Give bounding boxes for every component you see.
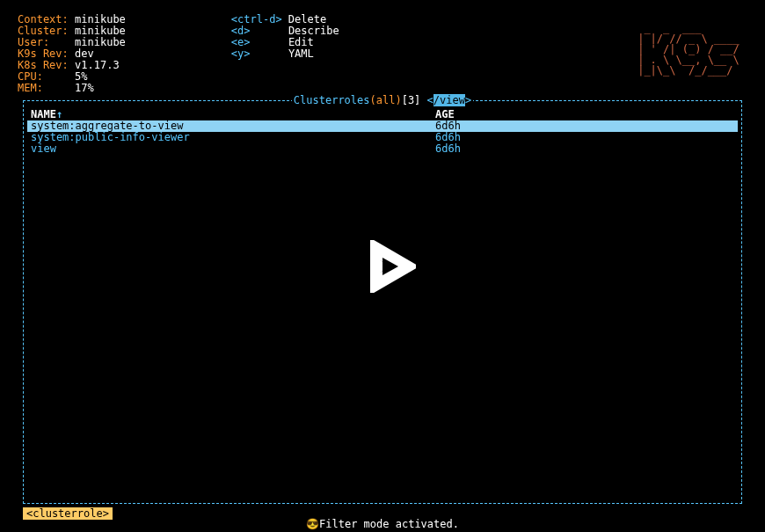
shortcut-key: <ctrl-d> <box>231 13 282 26</box>
row-age: 6d6h <box>435 143 470 155</box>
shortcut-desc: YAML <box>288 47 314 60</box>
cluster-label: Cluster: <box>18 25 69 37</box>
mem-label: MEM: <box>18 82 43 94</box>
table-row[interactable]: view 6d6h <box>27 143 738 155</box>
title-scope: all <box>376 94 396 106</box>
sort-indicator-icon: ↑ <box>56 108 62 120</box>
mem-value: 17% <box>75 82 94 94</box>
user-label: User: <box>18 36 49 48</box>
title-filter[interactable]: /view <box>434 94 465 106</box>
shortcut-key: <e> <box>231 36 251 48</box>
k9s-logo: _ _ ___ | |/ // _ \ ____ | ' /| (_) / __… <box>638 23 746 76</box>
title-resource: Clusterroles <box>294 94 370 106</box>
cpu-value: 5% <box>75 70 87 83</box>
title-count: [3] <box>402 94 421 106</box>
play-overlay-icon[interactable] <box>363 240 416 293</box>
shortcut-key: <d> <box>231 25 251 37</box>
cluster-info: Context: minikube Cluster: minikube User… <box>18 14 126 94</box>
shortcuts-panel: <ctrl-d> Delete <d> Describe <e> Edit <y… <box>231 14 339 94</box>
k9s-value: dev <box>75 47 94 60</box>
row-name: view <box>31 143 435 155</box>
context-label: Context: <box>18 13 69 26</box>
k9s-label: K9s Rev: <box>18 47 69 60</box>
user-value: minikube <box>75 36 126 48</box>
table-header: NAME↑ AGE <box>27 108 738 120</box>
k8s-label: K8s Rev: <box>18 59 69 71</box>
table-row[interactable]: system:public-info-viewer 6d6h <box>27 132 738 143</box>
col-age[interactable]: AGE <box>435 108 455 120</box>
status-bar: 😎Filter mode activated. <box>0 518 765 530</box>
panel-title: Clusterroles(all)[3] </view> <box>24 94 741 106</box>
cpu-label: CPU: <box>18 70 43 83</box>
terminal-screen: Context: minikube Cluster: minikube User… <box>0 0 765 532</box>
shortcut-desc: Delete <box>288 13 326 26</box>
context-value: minikube <box>75 13 126 26</box>
shortcut-desc: Describe <box>288 25 339 37</box>
shortcut-key: <y> <box>231 47 251 60</box>
resource-panel: Clusterroles(all)[3] </view> NAME↑ AGE s… <box>23 100 742 504</box>
col-name[interactable]: NAME <box>31 108 56 120</box>
row-name: system:public-info-viewer <box>31 132 435 143</box>
k8s-value: v1.17.3 <box>75 59 120 71</box>
shortcut-desc: Edit <box>288 36 314 48</box>
cluster-value: minikube <box>75 25 126 37</box>
